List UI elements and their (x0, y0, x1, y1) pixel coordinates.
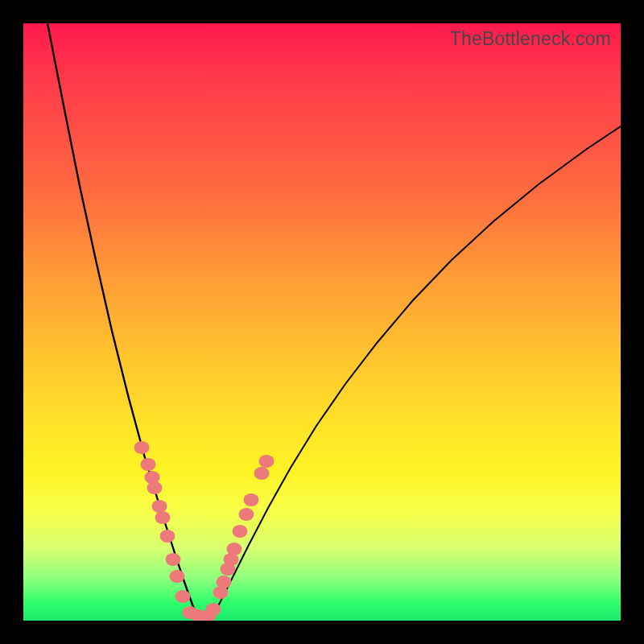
marker-dot (244, 493, 259, 506)
marker-dot (254, 467, 270, 480)
marker-dot (170, 570, 185, 583)
marker-dot (175, 590, 191, 603)
marker-dot (166, 553, 181, 566)
marker-dot (152, 500, 167, 513)
marker-group (134, 441, 275, 621)
marker-dot (155, 511, 171, 524)
curve-layer (23, 23, 621, 621)
left-curve (47, 23, 199, 621)
marker-dot (141, 458, 156, 471)
marker-dot (259, 455, 275, 468)
marker-dot (239, 508, 254, 521)
plot-area: TheBottleneck.com (23, 23, 621, 621)
marker-dot (134, 441, 150, 454)
marker-dot (217, 576, 232, 588)
chart-frame: TheBottleneck.com (0, 0, 644, 644)
marker-dot (160, 530, 175, 543)
marker-dot (147, 481, 163, 494)
marker-dot (206, 603, 221, 616)
marker-dot (233, 525, 248, 538)
marker-dot (227, 543, 242, 555)
right-curve (210, 126, 621, 621)
